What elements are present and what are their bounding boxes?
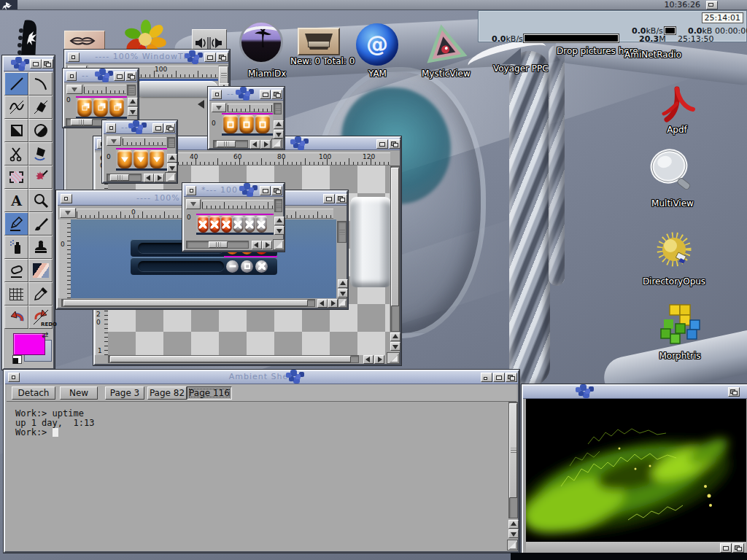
- vertical-scroll-slider[interactable]: [337, 221, 347, 243]
- close-gadget-icon[interactable]: [61, 194, 72, 203]
- scroll-up-arrow-icon[interactable]: [508, 520, 519, 529]
- desktop-icon-directoryopus[interactable]: DirectoryOpus: [638, 226, 711, 287]
- close-gadget-icon[interactable]: [66, 71, 77, 81]
- depth-gadget-icon[interactable]: [732, 543, 744, 553]
- zoom-gadget-icon[interactable]: [323, 194, 335, 203]
- screen-title-bar[interactable]: 10:36:26: [0, 0, 747, 10]
- iconify-gadget-icon[interactable]: [481, 373, 492, 382]
- resize-gadget-icon[interactable]: [387, 352, 400, 364]
- ruler-pulldown-gadget[interactable]: [186, 199, 201, 209]
- scroll-right-arrow-icon[interactable]: [154, 174, 164, 182]
- scroll-up-arrow-icon[interactable]: [167, 154, 177, 163]
- zoom-gadget-icon[interactable]: [152, 123, 163, 133]
- zoom-gadget-icon[interactable]: [493, 373, 505, 382]
- scroll-down-arrow-icon[interactable]: [508, 529, 519, 538]
- scroll-left-arrow-icon[interactable]: [144, 174, 154, 182]
- desktop-icon-apdf[interactable]: Apdf: [640, 85, 713, 135]
- zoom-gadget-icon[interactable]: [260, 186, 271, 195]
- default-colors-swatch[interactable]: [12, 355, 22, 364]
- scroll-right-arrow-icon[interactable]: [260, 140, 271, 149]
- scroll-down-arrow-icon[interactable]: [390, 342, 400, 351]
- tool-polygon[interactable]: [28, 96, 53, 119]
- tab-page-116[interactable]: Page 116: [187, 386, 232, 400]
- scroll-down-arrow-icon[interactable]: [338, 289, 348, 298]
- canvas[interactable]: [196, 214, 274, 235]
- screen-depth-gadget-icon[interactable]: [706, 1, 718, 9]
- scroll-right-arrow-icon[interactable]: [328, 299, 338, 308]
- close-gadget-icon[interactable]: [186, 186, 196, 195]
- ruler-pulldown-gadget[interactable]: [60, 208, 76, 218]
- scroll-up-arrow-icon[interactable]: [274, 120, 284, 129]
- tool-marquee[interactable]: [4, 166, 28, 189]
- vertical-scroll-slider[interactable]: [167, 137, 175, 148]
- scroll-right-arrow-icon[interactable]: [374, 355, 384, 364]
- scroll-up-arrow-icon[interactable]: [390, 332, 400, 341]
- zoom-gadget-icon[interactable]: [720, 543, 732, 553]
- tool-stamp[interactable]: [28, 236, 53, 259]
- depth-gadget-icon[interactable]: [506, 373, 517, 382]
- depth-gadget-icon[interactable]: [271, 90, 282, 99]
- scroll-up-arrow-icon[interactable]: [128, 98, 138, 106]
- depth-gadget-icon[interactable]: [271, 186, 282, 195]
- canvas[interactable]: [76, 96, 127, 119]
- depth-gadget-icon[interactable]: [164, 123, 175, 133]
- mailbox-icon[interactable]: [298, 28, 340, 55]
- vertical-scroll-slider[interactable]: [274, 103, 282, 114]
- tool-brush[interactable]: [28, 212, 53, 236]
- ruler-pulldown-gadget[interactable]: [107, 136, 121, 146]
- zoom-gadget-icon[interactable]: [376, 139, 388, 149]
- tool-magic-wand[interactable]: [28, 166, 53, 189]
- depth-gadget-icon[interactable]: [728, 387, 740, 397]
- shell-titlebar[interactable]: Ambient Shell: [5, 371, 518, 384]
- tool-fill[interactable]: [28, 142, 53, 166]
- depth-gadget-icon[interactable]: [389, 139, 400, 149]
- zoom-gadget-icon[interactable]: [30, 59, 42, 69]
- tab-page-3[interactable]: Page 3: [105, 386, 144, 400]
- desktop-icon-multiview[interactable]: MultiView: [636, 148, 709, 209]
- vertical-scroll-slider[interactable]: [127, 85, 136, 96]
- depth-gadget-icon[interactable]: [217, 52, 228, 62]
- tool-freehand[interactable]: [4, 96, 28, 119]
- tool-curve[interactable]: [28, 72, 53, 96]
- horizontal-scrollbar[interactable]: [61, 299, 315, 307]
- vertical-scrollbar[interactable]: [390, 166, 400, 332]
- tool-eyedropper[interactable]: [28, 282, 53, 306]
- ruler-pulldown-gadget[interactable]: [212, 103, 226, 112]
- canvas[interactable]: [116, 148, 167, 171]
- tool-redo[interactable]: REDO: [28, 306, 53, 329]
- scroll-left-arrow-icon[interactable]: [252, 241, 262, 249]
- tool-magnify[interactable]: [28, 189, 53, 212]
- tab-page-82[interactable]: Page 82: [147, 386, 187, 400]
- shell-terminal[interactable]: Work:> uptime up 1 day, 1:13 Work:>: [7, 402, 508, 550]
- scroll-left-arrow-icon[interactable]: [363, 355, 374, 364]
- mysticview-icon[interactable]: [422, 22, 467, 64]
- tool-airbrush[interactable]: [4, 236, 28, 259]
- horizontal-scrollbar[interactable]: [66, 118, 107, 126]
- tab-detach[interactable]: Detach: [12, 386, 55, 400]
- horizontal-scrollbar[interactable]: [213, 140, 248, 148]
- resize-gadget-icon[interactable]: [338, 298, 347, 308]
- tool-line[interactable]: [4, 72, 28, 96]
- scroll-right-arrow-icon[interactable]: [262, 241, 272, 249]
- scroll-down-arrow-icon[interactable]: [274, 130, 284, 139]
- tool-grid[interactable]: [4, 282, 28, 306]
- scroll-down-arrow-icon[interactable]: [274, 226, 285, 235]
- close-gadget-icon[interactable]: [106, 123, 116, 133]
- horizontal-scrollbar[interactable]: [108, 355, 359, 363]
- tool-filled-rect[interactable]: [4, 119, 28, 142]
- scroll-left-arrow-icon[interactable]: [317, 299, 328, 308]
- tool-pen[interactable]: [4, 212, 28, 236]
- depth-gadget-icon[interactable]: [125, 71, 136, 81]
- horizontal-scrollbar[interactable]: [107, 174, 142, 182]
- depth-gadget-icon[interactable]: [336, 194, 347, 203]
- scroll-left-arrow-icon[interactable]: [250, 140, 260, 149]
- tool-eraser[interactable]: [4, 259, 28, 282]
- canvas[interactable]: [222, 113, 273, 136]
- foreground-color-swatch[interactable]: [13, 333, 45, 355]
- tool-filled-ellipse[interactable]: [28, 119, 53, 142]
- tool-texture[interactable]: [28, 259, 53, 282]
- horizontal-scrollbar[interactable]: [186, 241, 249, 249]
- close-gadget-icon[interactable]: [68, 52, 80, 62]
- scroll-down-arrow-icon[interactable]: [128, 107, 138, 116]
- scroll-up-arrow-icon[interactable]: [338, 279, 348, 288]
